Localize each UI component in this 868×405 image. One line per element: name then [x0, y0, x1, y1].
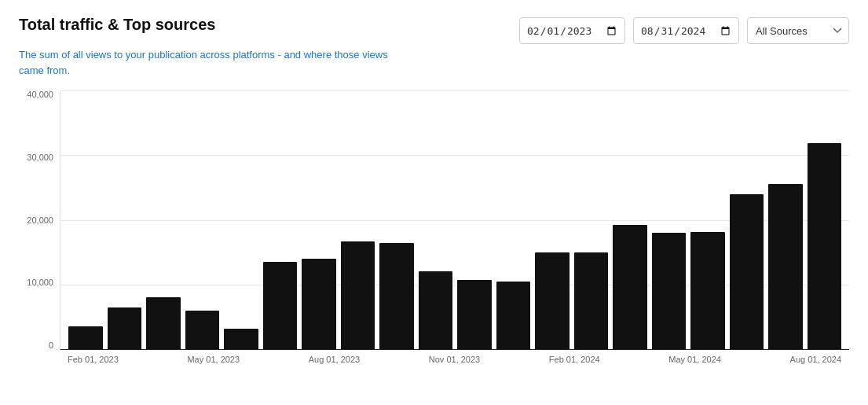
- bar: [341, 241, 375, 349]
- x-labels: Feb 01, 2023May 01, 2023Aug 01, 2023Nov …: [60, 355, 849, 364]
- x-label: May 01, 2023: [187, 355, 240, 364]
- chart-area: 40,00030,00020,00010,0000 Feb 01, 2023Ma…: [19, 90, 849, 381]
- bar: [535, 252, 570, 349]
- chart-inner: [60, 90, 849, 350]
- bar: [419, 271, 453, 349]
- start-date-input[interactable]: [519, 17, 625, 44]
- bar: [379, 243, 414, 349]
- bar: [185, 311, 220, 349]
- x-label: Aug 01, 2023: [309, 355, 360, 364]
- bar: [574, 252, 609, 349]
- page-title: Total traffic & Top sources: [19, 16, 215, 34]
- sources-select[interactable]: All SourcesDirectEmailSocialSearchOther: [747, 17, 849, 44]
- x-label: Nov 01, 2023: [429, 355, 480, 364]
- bar: [68, 326, 103, 349]
- x-label: Feb 01, 2023: [68, 355, 119, 364]
- x-label: Aug 01, 2024: [790, 355, 841, 364]
- bar: [457, 280, 492, 349]
- bar: [768, 184, 803, 349]
- x-label: Feb 01, 2024: [549, 355, 600, 364]
- y-axis: 40,00030,00020,00010,0000: [19, 90, 60, 350]
- bar: [263, 262, 298, 349]
- bar: [690, 232, 725, 349]
- title-block: Total traffic & Top sources: [19, 16, 215, 34]
- bar: [302, 259, 336, 349]
- bars-container: [60, 90, 849, 349]
- bar: [146, 297, 181, 349]
- bar: [613, 225, 647, 349]
- bar: [108, 307, 142, 349]
- bar: [808, 143, 842, 349]
- x-axis: Feb 01, 2023May 01, 2023Aug 01, 2023Nov …: [60, 350, 849, 381]
- x-label: May 01, 2024: [668, 355, 721, 364]
- y-label: 10,000: [27, 278, 53, 287]
- bar: [652, 233, 687, 349]
- y-label: 20,000: [27, 216, 53, 225]
- y-label: 0: [49, 341, 53, 350]
- bar: [730, 194, 764, 349]
- controls-bar: All SourcesDirectEmailSocialSearchOther: [519, 17, 849, 44]
- bar: [496, 282, 531, 349]
- y-label: 40,000: [27, 90, 53, 99]
- y-label: 30,000: [27, 153, 53, 162]
- bar: [224, 329, 258, 349]
- end-date-input[interactable]: [633, 17, 739, 44]
- subtitle-text: The sum of all views to your publication…: [19, 47, 412, 78]
